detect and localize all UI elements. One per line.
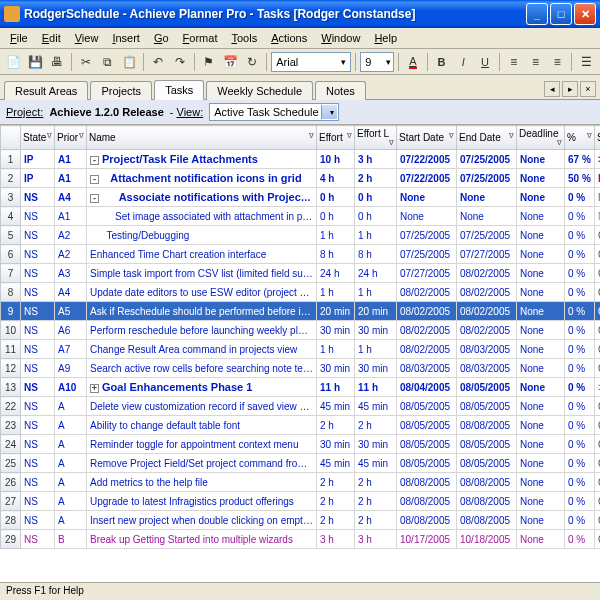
col-header[interactable]: Prior∇ xyxy=(55,126,87,150)
col-header[interactable]: Deadline∇ xyxy=(517,126,565,150)
cell[interactable]: A xyxy=(55,511,87,530)
calendar-icon[interactable]: 📅 xyxy=(221,52,241,72)
tree-toggle-icon[interactable]: + xyxy=(90,384,99,393)
cell[interactable]: A2 xyxy=(55,245,87,264)
cell[interactable]: Break up Getting Started into multiple w… xyxy=(87,530,317,549)
refresh-icon[interactable]: ↻ xyxy=(242,52,262,72)
copy-icon[interactable]: ⧉ xyxy=(98,52,118,72)
cell[interactable]: 3 h xyxy=(355,150,397,169)
table-row[interactable]: 6NSA2Enhanced Time Chart creation interf… xyxy=(1,245,601,264)
cell[interactable]: A xyxy=(55,454,87,473)
table-row[interactable]: 23NSAAbility to change default table fon… xyxy=(1,416,601,435)
cell[interactable]: 11 h xyxy=(355,378,397,397)
cell[interactable]: 08/08/2005 xyxy=(457,511,517,530)
cell[interactable]: NS xyxy=(21,435,55,454)
cell[interactable]: 10/17/2005 xyxy=(397,530,457,549)
cell[interactable]: On Schedule xyxy=(595,511,601,530)
table-row[interactable]: 25NSARemove Project Field/Set project co… xyxy=(1,454,601,473)
cell[interactable]: 1 h xyxy=(355,283,397,302)
cell[interactable]: None xyxy=(517,245,565,264)
cell[interactable]: 0 % xyxy=(565,454,595,473)
tab-notes[interactable]: Notes xyxy=(315,81,366,100)
cell[interactable]: None xyxy=(517,511,565,530)
cell[interactable]: 30 min xyxy=(317,435,355,454)
cell[interactable]: 07/25/2005 xyxy=(457,169,517,188)
cell[interactable]: 08/08/2005 xyxy=(397,511,457,530)
cell[interactable]: NS xyxy=(21,283,55,302)
menu-edit[interactable]: Edit xyxy=(36,30,67,46)
cell[interactable]: On Schedule xyxy=(595,264,601,283)
cell[interactable]: On Schedule xyxy=(595,435,601,454)
cell[interactable]: 45 min xyxy=(317,454,355,473)
bullets-icon[interactable]: ☰ xyxy=(576,52,596,72)
cell[interactable]: 07/22/2005 xyxy=(397,169,457,188)
table-row[interactable]: 22NSADelete view customization record if… xyxy=(1,397,601,416)
cell[interactable]: A10 xyxy=(55,378,87,397)
cell[interactable]: NS xyxy=(21,188,55,207)
cell[interactable]: None xyxy=(517,530,565,549)
menu-actions[interactable]: Actions xyxy=(265,30,313,46)
menu-format[interactable]: Format xyxy=(177,30,224,46)
cell[interactable]: None xyxy=(397,207,457,226)
cell[interactable]: 0 % xyxy=(565,511,595,530)
paste-icon[interactable]: 📋 xyxy=(120,52,140,72)
cell[interactable]: On Schedule xyxy=(595,245,601,264)
cell[interactable]: 08/08/2005 xyxy=(397,473,457,492)
menu-help[interactable]: Help xyxy=(368,30,403,46)
new-icon[interactable]: 📄 xyxy=(4,52,24,72)
col-header[interactable]: End Date∇ xyxy=(457,126,517,150)
cell[interactable]: A3 xyxy=(55,264,87,283)
cell[interactable]: 4 h xyxy=(317,169,355,188)
cell[interactable]: None xyxy=(517,283,565,302)
task-grid[interactable]: State∇Prior∇Name∇Effort∇Effort L∇Start D… xyxy=(0,125,600,582)
cell[interactable]: 30 min xyxy=(355,435,397,454)
cell[interactable]: 10 h xyxy=(317,150,355,169)
save-icon[interactable]: 💾 xyxy=(26,52,46,72)
menu-insert[interactable]: Insert xyxy=(106,30,146,46)
cell[interactable]: On Schedule xyxy=(595,359,601,378)
table-row[interactable]: 27NSAUpgrade to latest Infragistics prod… xyxy=(1,492,601,511)
cell[interactable]: 08/02/2005 xyxy=(457,264,517,283)
cell[interactable]: Change Result Area command in projects v… xyxy=(87,340,317,359)
col-header[interactable]: Status∇ xyxy=(595,126,601,150)
cell[interactable]: None xyxy=(517,321,565,340)
flag-icon[interactable]: ⚑ xyxy=(199,52,219,72)
table-row[interactable]: 28NSAInsert new project when double clic… xyxy=(1,511,601,530)
cell[interactable]: On Schedule xyxy=(595,416,601,435)
cell[interactable]: 30 min xyxy=(355,321,397,340)
cell[interactable]: NS xyxy=(21,454,55,473)
cell[interactable]: 0 h xyxy=(355,188,397,207)
cell[interactable]: 0 % xyxy=(565,416,595,435)
cell[interactable]: On Schedule xyxy=(595,530,601,549)
cell[interactable]: 50 % xyxy=(565,169,595,188)
cell[interactable]: 0 % xyxy=(565,188,595,207)
cell[interactable]: On Schedule xyxy=(595,283,601,302)
cell[interactable]: - Attachment notification icons in grid xyxy=(87,169,317,188)
align-right-icon[interactable]: ≡ xyxy=(547,52,567,72)
cell[interactable]: None xyxy=(517,226,565,245)
tab-projects[interactable]: Projects xyxy=(90,81,152,100)
tab-tasks[interactable]: Tasks xyxy=(154,80,204,100)
table-row[interactable]: 4NSA1 Set image associated with attachme… xyxy=(1,207,601,226)
cell[interactable]: -Project/Task File Attachments xyxy=(87,150,317,169)
cell[interactable]: None xyxy=(517,416,565,435)
cell[interactable]: 08/05/2005 xyxy=(397,435,457,454)
cell[interactable]: A xyxy=(55,435,87,454)
tab-scroll-right-icon[interactable]: ▸ xyxy=(562,81,578,97)
menu-go[interactable]: Go xyxy=(148,30,175,46)
cell[interactable]: 45 min xyxy=(317,397,355,416)
tab-result-areas[interactable]: Result Areas xyxy=(4,81,88,100)
table-row[interactable]: 26NSAAdd metrics to the help file2 h2 h0… xyxy=(1,473,601,492)
cell[interactable]: NS xyxy=(21,302,55,321)
cell[interactable]: On Schedule xyxy=(595,492,601,511)
cell[interactable]: None xyxy=(517,359,565,378)
cell[interactable]: 30 min xyxy=(355,359,397,378)
font-color-icon[interactable]: A xyxy=(403,52,423,72)
cell[interactable]: 0 % xyxy=(565,283,595,302)
cell[interactable]: 1 h xyxy=(355,226,397,245)
table-row[interactable]: 7NSA3Simple task import from CSV list (l… xyxy=(1,264,601,283)
cell[interactable]: A4 xyxy=(55,283,87,302)
cell[interactable]: 0 % xyxy=(565,264,595,283)
cell[interactable]: 0 h xyxy=(317,188,355,207)
cell[interactable]: A9 xyxy=(55,359,87,378)
